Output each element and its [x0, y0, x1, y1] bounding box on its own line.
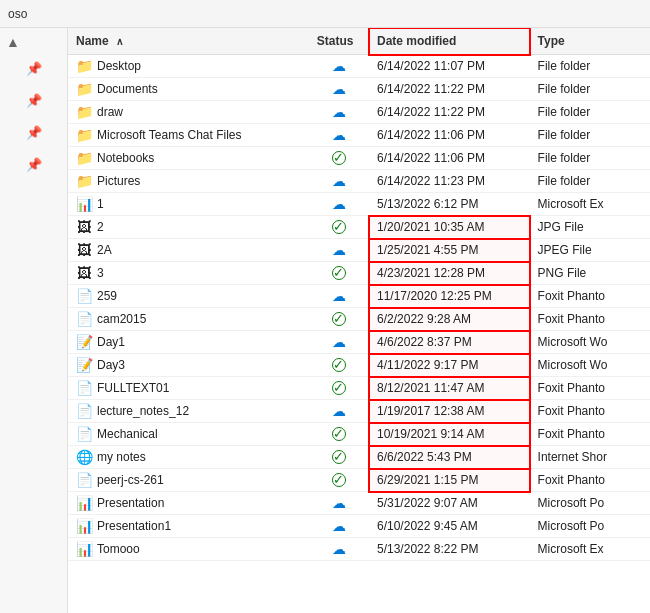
table-row[interactable]: 🖼 3 ✓ 4/23/2021 12:28 PM PNG File: [68, 262, 650, 285]
file-date-cell: 6/6/2022 5:43 PM: [369, 446, 530, 469]
check-status-icon: ✓: [332, 151, 346, 165]
sidebar-item-1[interactable]: 📌: [0, 52, 67, 84]
file-name-cell: 📁 Pictures: [68, 170, 309, 193]
sidebar-item-2[interactable]: 📌: [0, 84, 67, 116]
file-name-label: 1: [97, 197, 104, 211]
pdf-icon: 📄: [76, 403, 92, 419]
file-name-label: cam2015: [97, 312, 146, 326]
cloud-status-icon: ☁: [332, 173, 346, 189]
file-status-cell: ☁: [309, 239, 369, 262]
table-row[interactable]: 📊 Tomooo ☁ 5/13/2022 8:22 PM Microsoft E…: [68, 538, 650, 561]
table-row[interactable]: 📁 Notebooks ✓ 6/14/2022 11:06 PM File fo…: [68, 147, 650, 170]
file-status-cell: ☁: [309, 331, 369, 354]
file-date-cell: 1/19/2017 12:38 AM: [369, 400, 530, 423]
cloud-status-icon: ☁: [332, 127, 346, 143]
file-status-cell: ☁: [309, 55, 369, 78]
table-row[interactable]: 🖼 2A ☁ 1/25/2021 4:55 PM JPEG File: [68, 239, 650, 262]
file-name-label: Microsoft Teams Chat Files: [97, 128, 242, 142]
file-status-cell: ☁: [309, 101, 369, 124]
sidebar-item-3[interactable]: 📌: [0, 116, 67, 148]
file-status-cell: ✓: [309, 377, 369, 400]
sidebar: ▲ 📌 📌 📌 📌: [0, 28, 68, 613]
col-header-status[interactable]: Status: [309, 28, 369, 55]
cloud-status-icon: ☁: [332, 81, 346, 97]
file-date-cell: 1/20/2021 10:35 AM: [369, 216, 530, 239]
check-status-icon: ✓: [332, 450, 346, 464]
file-explorer-window: oso ▲ 📌 📌 📌 📌 Name: [0, 0, 650, 613]
table-row[interactable]: 📁 Pictures ☁ 6/14/2022 11:23 PM File fol…: [68, 170, 650, 193]
content-area[interactable]: Name ∧ Status Date modified Type: [68, 28, 650, 613]
file-name-cell: 📊 Tomooo: [68, 538, 309, 561]
file-type-cell: Microsoft Po: [530, 515, 650, 538]
sidebar-scroll-up[interactable]: ▲: [0, 32, 67, 52]
pdf-icon: 📄: [76, 472, 92, 488]
folder-icon: 📁: [76, 173, 92, 189]
folder-icon: 📁: [76, 150, 92, 166]
file-date-cell: 6/14/2022 11:22 PM: [369, 78, 530, 101]
file-type-cell: Internet Shor: [530, 446, 650, 469]
table-row[interactable]: 📁 Documents ☁ 6/14/2022 11:22 PM File fo…: [68, 78, 650, 101]
cloud-status-icon: ☁: [332, 288, 346, 304]
table-row[interactable]: 📊 Presentation1 ☁ 6/10/2022 9:45 AM Micr…: [68, 515, 650, 538]
file-status-cell: ☁: [309, 285, 369, 308]
table-row[interactable]: 📁 Microsoft Teams Chat Files ☁ 6/14/2022…: [68, 124, 650, 147]
table-row[interactable]: 📁 Desktop ☁ 6/14/2022 11:07 PM File fold…: [68, 55, 650, 78]
file-name-label: draw: [97, 105, 123, 119]
col-header-name[interactable]: Name ∧: [68, 28, 309, 55]
pin-icon: 📌: [26, 61, 42, 76]
file-status-cell: ☁: [309, 193, 369, 216]
file-type-cell: File folder: [530, 124, 650, 147]
file-name-cell: 🖼 2: [68, 216, 309, 239]
col-header-type[interactable]: Type: [530, 28, 650, 55]
file-date-cell: 6/14/2022 11:22 PM: [369, 101, 530, 124]
file-type-cell: JPG File: [530, 216, 650, 239]
table-row[interactable]: 📄 peerj-cs-261 ✓ 6/29/2021 1:15 PM Foxit…: [68, 469, 650, 492]
folder-icon: 📁: [76, 104, 92, 120]
jpg-icon: 🖼: [76, 242, 92, 258]
table-row[interactable]: 📄 259 ☁ 11/17/2020 12:25 PM Foxit Phanto: [68, 285, 650, 308]
file-name-cell: 📁 draw: [68, 101, 309, 124]
table-row[interactable]: 📝 Day1 ☁ 4/6/2022 8:37 PM Microsoft Wo: [68, 331, 650, 354]
file-name-cell: 📁 Notebooks: [68, 147, 309, 170]
file-name-label: 3: [97, 266, 104, 280]
title-bar: oso: [0, 0, 650, 28]
file-type-cell: Microsoft Ex: [530, 538, 650, 561]
file-name-cell: 📄 FULLTEXT01: [68, 377, 309, 400]
check-status-icon: ✓: [332, 427, 346, 441]
file-date-cell: 10/19/2021 9:14 AM: [369, 423, 530, 446]
table-row[interactable]: 📄 Mechanical ✓ 10/19/2021 9:14 AM Foxit …: [68, 423, 650, 446]
file-type-cell: Foxit Phanto: [530, 308, 650, 331]
file-date-cell: 1/25/2021 4:55 PM: [369, 239, 530, 262]
ppt-icon: 📊: [76, 518, 92, 534]
table-row[interactable]: 📝 Day3 ✓ 4/11/2022 9:17 PM Microsoft Wo: [68, 354, 650, 377]
file-status-cell: ✓: [309, 469, 369, 492]
table-row[interactable]: 📊 1 ☁ 5/13/2022 6:12 PM Microsoft Ex: [68, 193, 650, 216]
file-name-label: Day1: [97, 335, 125, 349]
file-date-cell: 5/13/2022 8:22 PM: [369, 538, 530, 561]
table-row[interactable]: 📄 lecture_notes_12 ☁ 1/19/2017 12:38 AM …: [68, 400, 650, 423]
sidebar-item-4[interactable]: 📌: [0, 148, 67, 180]
word-icon: 📝: [76, 334, 92, 350]
table-row[interactable]: 📄 cam2015 ✓ 6/2/2022 9:28 AM Foxit Phant…: [68, 308, 650, 331]
col-header-date-modified[interactable]: Date modified: [369, 28, 530, 55]
file-date-cell: 11/17/2020 12:25 PM: [369, 285, 530, 308]
table-row[interactable]: 🖼 2 ✓ 1/20/2021 10:35 AM JPG File: [68, 216, 650, 239]
cloud-status-icon: ☁: [332, 403, 346, 419]
file-name-cell: 📄 259: [68, 285, 309, 308]
file-status-cell: ☁: [309, 124, 369, 147]
file-name-cell: 🌐 my notes: [68, 446, 309, 469]
file-type-cell: Microsoft Wo: [530, 331, 650, 354]
pdf-icon: 📄: [76, 380, 92, 396]
table-row[interactable]: 📄 FULLTEXT01 ✓ 8/12/2021 11:47 AM Foxit …: [68, 377, 650, 400]
file-date-cell: 6/14/2022 11:06 PM: [369, 147, 530, 170]
table-row[interactable]: 🌐 my notes ✓ 6/6/2022 5:43 PM Internet S…: [68, 446, 650, 469]
table-row[interactable]: 📊 Presentation ☁ 5/31/2022 9:07 AM Micro…: [68, 492, 650, 515]
cloud-status-icon: ☁: [332, 104, 346, 120]
cloud-status-icon: ☁: [332, 495, 346, 511]
file-status-cell: ✓: [309, 262, 369, 285]
check-status-icon: ✓: [332, 220, 346, 234]
file-name-label: Documents: [97, 82, 158, 96]
file-type-cell: Microsoft Ex: [530, 193, 650, 216]
table-row[interactable]: 📁 draw ☁ 6/14/2022 11:22 PM File folder: [68, 101, 650, 124]
file-table: Name ∧ Status Date modified Type: [68, 28, 650, 561]
